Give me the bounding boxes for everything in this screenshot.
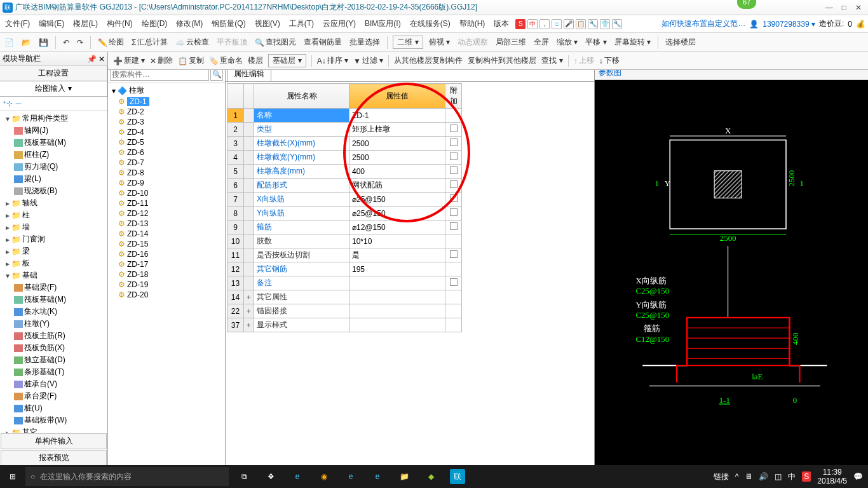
redo-button[interactable]: ↷ [75, 37, 85, 48]
batch-select-button[interactable]: 批量选择 [348, 36, 382, 49]
menu-tools[interactable]: 工具(T) [287, 17, 316, 30]
component-item[interactable]: ⚙ZD-3 [112, 117, 221, 127]
menu-cloud[interactable]: 云应用(Y) [320, 17, 358, 30]
rotate-button[interactable]: 屏幕旋转 ▾ [613, 36, 653, 49]
search-button[interactable]: 🔍 [210, 68, 223, 81]
minimize-button[interactable]: — [825, 3, 833, 12]
property-row[interactable]: 9箍筋⌀12@150 [227, 220, 462, 234]
app-icon-1[interactable]: ❖ [263, 469, 278, 484]
app-icon-4[interactable]: 联 [450, 469, 465, 484]
ime-skin-icon[interactable]: 👕 [600, 19, 610, 29]
component-item[interactable]: ⚙ZD-15 [112, 239, 221, 249]
new-component-button[interactable]: ➕新建 ▾ [113, 55, 145, 66]
property-table[interactable]: 属性名称 属性值 附加 1名称ZD-12类型矩形上柱墩3柱墩截长(X)(mm)2… [227, 83, 462, 332]
pan-button[interactable]: 平移 ▾ [583, 36, 608, 49]
help-link[interactable]: 如何快速布置自定义范… [661, 18, 745, 29]
menu-bim[interactable]: BIM应用(I) [362, 17, 403, 30]
fullscreen-button[interactable]: 全屏 [532, 36, 551, 49]
tree-node[interactable]: 条形基础(T) [0, 366, 107, 378]
component-item[interactable]: ⚙ZD-6 [112, 147, 221, 158]
copy-to-button[interactable]: 复制构件到其他楼层 [468, 55, 536, 66]
sum-button[interactable]: Σ 汇总计算 [130, 36, 170, 49]
tree-node[interactable]: 现浇板(B) [0, 185, 107, 197]
tray-net-icon[interactable]: 🖥 [745, 472, 752, 481]
component-item[interactable]: ⚙ZD-7 [112, 158, 221, 168]
tray-sogou-icon[interactable]: S [802, 471, 811, 482]
move-down-button[interactable]: ↓下移 [599, 55, 620, 66]
ime-cn-icon[interactable]: 中 [527, 19, 538, 29]
tree-node[interactable]: 筏板负筋(X) [0, 342, 107, 354]
ime-punct-icon[interactable]: , [539, 19, 550, 29]
component-item[interactable]: ⚙ZD-13 [112, 219, 221, 229]
tray-notif-icon[interactable]: 💬 [853, 472, 863, 481]
property-row[interactable]: 4柱墩截宽(Y)(mm)2500 [227, 151, 462, 165]
ie-icon-2[interactable]: e [370, 469, 385, 484]
select-floor-button[interactable]: 选择楼层 [663, 36, 698, 49]
find-button[interactable]: 查找 ▾ [541, 55, 562, 66]
ime-kbd-icon[interactable]: 📋 [576, 19, 586, 29]
zoom-button[interactable]: 缩放 ▾ [555, 36, 580, 49]
tree-node[interactable]: 筏板基础(M) [0, 137, 107, 149]
tab-draw[interactable]: 绘图输入 ▾ [0, 81, 107, 96]
tree-node[interactable]: 筏板主筋(R) [0, 330, 107, 342]
ime-mic-icon[interactable]: 🎤 [564, 19, 574, 29]
property-row[interactable]: 11是否按板边切割是 [227, 248, 462, 262]
menu-edit[interactable]: 编辑(E) [36, 17, 67, 30]
edge-icon[interactable]: e [290, 469, 305, 484]
menu-floor[interactable]: 楼层(L) [71, 17, 100, 30]
close-button[interactable]: ✕ [855, 3, 862, 12]
rename-button[interactable]: 🏷️重命名 [209, 55, 243, 66]
property-row[interactable]: 37+显示样式 [227, 318, 462, 332]
tree-node[interactable]: ▸📁梁 [0, 245, 107, 257]
property-row[interactable]: 6配筋形式网状配筋 [227, 179, 462, 193]
dim-select[interactable]: 二维 ▾ [393, 36, 423, 49]
tree-node[interactable]: 独立基础(D) [0, 354, 107, 366]
tree-node[interactable]: 柱墩(Y) [0, 318, 107, 330]
property-row[interactable]: 13备注 [227, 276, 462, 290]
floor-select[interactable]: 基础层 ▾ [268, 54, 306, 67]
property-row[interactable]: 2类型矩形上柱墩 [227, 123, 462, 137]
property-row[interactable]: 12其它钢筋195 [227, 262, 462, 276]
tray-vol-icon[interactable]: 🔊 [759, 472, 768, 481]
ime-face-icon[interactable]: ☺ [552, 19, 562, 29]
property-row[interactable]: 22+锚固搭接 [227, 304, 462, 318]
copy-button[interactable]: 📋复制 [178, 55, 204, 66]
taskbar-search[interactable]: ○ 在这里输入你要搜索的内容 [25, 467, 229, 486]
menu-modify[interactable]: 修改(M) [173, 17, 205, 30]
menu-view[interactable]: 视图(V) [252, 17, 283, 30]
tree-node[interactable]: 集水坑(K) [0, 306, 107, 318]
tree-node[interactable]: ▾📁基础 [0, 269, 107, 281]
tab-project[interactable]: 工程设置 [0, 66, 107, 81]
menu-draw[interactable]: 绘图(D) [139, 17, 170, 30]
property-row[interactable]: 10肢数10*10 [227, 234, 462, 248]
find-element-button[interactable]: 🔍查找图元 [253, 36, 298, 49]
property-row[interactable]: 5柱墩高度(mm)400 [227, 165, 462, 179]
component-item[interactable]: ⚙ZD-19 [112, 280, 221, 290]
component-item[interactable]: ⚙ZD-4 [112, 127, 221, 137]
user-menu[interactable]: 13907298339 ▾ [763, 20, 815, 29]
tree-node[interactable]: ▾📁常用构件类型 [0, 112, 107, 125]
tray-ime[interactable]: 中 [788, 471, 796, 482]
component-group[interactable]: ▾ 🔷 柱墩 [112, 85, 221, 97]
undo-button[interactable]: ↶ [61, 37, 71, 48]
tree-node[interactable]: ▸📁门窗洞 [0, 233, 107, 245]
tray-app-icon[interactable]: ◫ [775, 472, 782, 481]
component-item[interactable]: ⚙ZD-14 [112, 229, 221, 239]
property-row[interactable]: 14+其它属性 [227, 290, 462, 304]
property-row[interactable]: 8Y向纵筋⌀25@150 [227, 207, 462, 220]
component-item[interactable]: ⚙ZD-8 [112, 168, 221, 178]
menu-component[interactable]: 构件(N) [104, 17, 135, 30]
component-item[interactable]: ⚙ZD-20 [112, 290, 221, 300]
component-item[interactable]: ⚙ZD-16 [112, 249, 221, 259]
delete-button[interactable]: ✕ 删除 [150, 55, 173, 66]
menu-help[interactable]: 帮助(H) [457, 17, 488, 30]
topview-button[interactable]: 俯视 ▾ [427, 36, 452, 49]
component-tree[interactable]: ▾ 🔷 柱墩⚙ZD-1⚙ZD-2⚙ZD-3⚙ZD-4⚙ZD-5⚙ZD-6⚙ZD-… [108, 83, 225, 466]
explorer-icon[interactable]: 📁 [397, 469, 412, 484]
filter-button[interactable]: ▼过滤 ▾ [353, 55, 383, 66]
tree-node[interactable]: 桩(U) [0, 402, 107, 414]
menu-file[interactable]: 文件(F) [3, 17, 32, 30]
component-item[interactable]: ⚙ZD-1 [112, 97, 221, 107]
sort-button[interactable]: A↓排序 ▾ [317, 55, 348, 66]
property-row[interactable]: 3柱墩截长(X)(mm)2500 [227, 137, 462, 151]
